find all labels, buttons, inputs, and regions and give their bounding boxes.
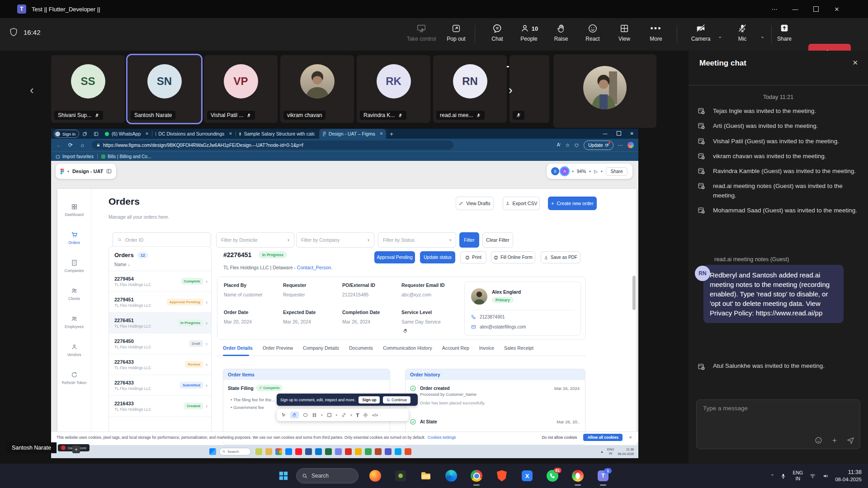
raise-hand-button[interactable]: Raise	[544, 23, 578, 42]
cookie-close-icon[interactable]: ✕	[629, 435, 632, 440]
spotlight-tile[interactable]	[553, 54, 656, 128]
tab-order-details[interactable]: Order Details	[223, 345, 253, 351]
tab-close-icon[interactable]: ✕	[380, 131, 383, 136]
outlook-icon[interactable]	[315, 448, 322, 455]
contact-email[interactable]: alex@vstatefilings.com	[480, 324, 526, 329]
window-minimize-icon[interactable]: —	[785, 0, 806, 18]
browser-profile-button[interactable]: Sign in	[54, 130, 79, 138]
firefox-icon[interactable]	[368, 469, 382, 483]
participant-tile[interactable]: RK Ravindra K...	[357, 55, 430, 123]
participant-tile[interactable]: RN read.ai mee...	[433, 55, 507, 123]
order-row[interactable]: 2276450TL Flex Holdings LLC Draft›	[109, 333, 211, 354]
sidebar-item-companies[interactable]: Companies	[57, 252, 91, 280]
tab-account-rep[interactable]: Account Rep	[442, 345, 469, 351]
contact-person-link[interactable]: Contact_Person.	[297, 265, 332, 270]
browser-tab[interactable]: (6) WhatsApp✕	[102, 129, 152, 139]
chevron-down-icon[interactable]: ▾	[572, 169, 574, 174]
tab-close-icon[interactable]: ✕	[145, 131, 149, 136]
chat-close-icon[interactable]: ✕	[852, 59, 858, 67]
sidebar-item-employees[interactable]: Employees	[57, 308, 91, 336]
taskbar-search[interactable]: Search	[296, 468, 359, 483]
mic-options-chevron[interactable]: ⌄	[760, 33, 764, 39]
browser-tab[interactable]: X Sample Salary Structure with calc✕	[236, 129, 319, 139]
chevron-down-icon[interactable]: ▾	[350, 413, 352, 417]
whatsapp-icon[interactable]	[365, 448, 372, 455]
chat-input-box[interactable]: +	[696, 399, 860, 449]
view-button[interactable]: View	[607, 23, 642, 42]
tab-communication-history[interactable]: Communication History	[383, 345, 432, 351]
filmstrip-prev-icon[interactable]: ‹	[30, 84, 34, 96]
camera-button[interactable]: Camera	[684, 23, 718, 42]
url-field[interactable]: https://www.figma.com/design/9BKQ0FOHRWa…	[92, 141, 453, 150]
participant-tile[interactable]: vikram chavan	[280, 55, 354, 123]
acrobat-icon[interactable]	[345, 448, 352, 455]
sidebar-item-refresh-token[interactable]: Refresh Token	[57, 364, 91, 392]
clear-filter-button[interactable]: Clear Filter	[482, 232, 513, 248]
chrome-icon[interactable]	[275, 448, 282, 455]
figma-file-name[interactable]: Design - UAT	[72, 169, 103, 174]
attach-plus-icon[interactable]: +	[832, 436, 837, 444]
app-icon[interactable]	[255, 448, 262, 455]
teams-icon[interactable]: T 1	[596, 469, 610, 483]
tab-close-icon[interactable]: ✕	[229, 131, 232, 136]
reload-icon[interactable]: ⟳	[65, 142, 76, 148]
message-input[interactable]	[702, 404, 853, 412]
chevron-down-icon[interactable]: ▾	[601, 169, 603, 174]
filter-status-select[interactable]: Filter by Status▾	[378, 232, 456, 248]
emoji-icon[interactable]	[815, 436, 822, 444]
present-icon[interactable]: ▷	[594, 169, 598, 174]
shape-tool-icon[interactable]	[327, 413, 332, 418]
tab-invoice[interactable]: Invoice	[479, 345, 494, 351]
fill-online-form-button[interactable]: Fill Online Form	[491, 251, 535, 263]
tray-mic-icon[interactable]	[780, 473, 786, 479]
start-button[interactable]	[277, 469, 290, 483]
chevron-down-icon[interactable]: ▾	[336, 413, 338, 417]
new-tab-icon[interactable]: +	[390, 131, 393, 137]
excel-icon[interactable]	[325, 448, 332, 455]
allow-cookies-button[interactable]: Allow all cookies	[583, 434, 623, 441]
tab-documents[interactable]: Documents	[349, 345, 373, 351]
collaborator-avatar[interactable]: S	[551, 167, 559, 175]
collaborator-avatar[interactable]: A	[561, 167, 569, 175]
save-as-pdf-button[interactable]: Save as PDF	[541, 251, 580, 263]
react-button[interactable]: React	[576, 23, 610, 42]
shared-search-box[interactable]: Search	[219, 448, 251, 455]
opera-icon[interactable]	[295, 448, 302, 455]
volume-icon[interactable]	[822, 473, 829, 479]
edge-icon[interactable]	[444, 469, 458, 483]
tab-sales-receipt[interactable]: Sales Receipt	[504, 345, 533, 351]
participant-tile-active-speaker[interactable]: SN Santosh Narate	[127, 55, 201, 123]
browser-tab[interactable]: DC Divisions and Surroundings✕	[152, 129, 236, 139]
window-close-icon[interactable]: ✕	[826, 0, 847, 18]
comment-tool-icon[interactable]	[303, 413, 308, 418]
component-tool-icon[interactable]	[363, 413, 368, 418]
chevron-down-icon[interactable]: ▾	[67, 169, 69, 174]
name-column-header[interactable]: Name ↓	[109, 261, 211, 271]
mic-button[interactable]: Mic	[725, 23, 760, 42]
vertical-tabs-icon[interactable]	[94, 131, 99, 136]
browser-tab-active[interactable]: Design - UAT – Figma✕	[319, 129, 386, 139]
link-tool-icon[interactable]	[341, 413, 346, 418]
file-explorer-icon[interactable]	[419, 469, 433, 483]
people-button[interactable]: 10 People	[512, 23, 546, 42]
deny-cookies-button[interactable]: Do not allow cookies	[542, 435, 577, 440]
hand-tool-icon-active[interactable]	[290, 412, 299, 418]
share-add-button[interactable]: +	[72, 446, 80, 453]
copilot-icon[interactable]	[627, 142, 634, 148]
chrome-icon[interactable]	[470, 469, 483, 483]
share-button[interactable]: Share	[767, 23, 802, 42]
browser-update-button[interactable]: Update ⟳	[584, 141, 613, 150]
app-icon[interactable]	[405, 448, 411, 455]
code-tool-icon[interactable]: </>	[372, 413, 378, 418]
order-row[interactable]: 2279454TL Flex Holdings LLC Complete›	[109, 271, 211, 292]
xbox-icon[interactable]: X	[520, 469, 534, 483]
order-id-search[interactable]: Order ID	[113, 232, 211, 248]
browser-essentials-icon[interactable]	[574, 143, 579, 148]
approval-pending-button[interactable]: Approval Pending	[374, 251, 415, 263]
tab-order-preview[interactable]: Order Preview	[263, 345, 293, 351]
import-favorites-button[interactable]: Import favorites	[56, 154, 94, 159]
participant-tile-overflow[interactable]	[509, 55, 549, 123]
cursor-tool-icon[interactable]	[281, 413, 286, 418]
update-status-button[interactable]: Update status	[420, 251, 455, 263]
window-more-icon[interactable]: ⋯	[764, 0, 785, 18]
